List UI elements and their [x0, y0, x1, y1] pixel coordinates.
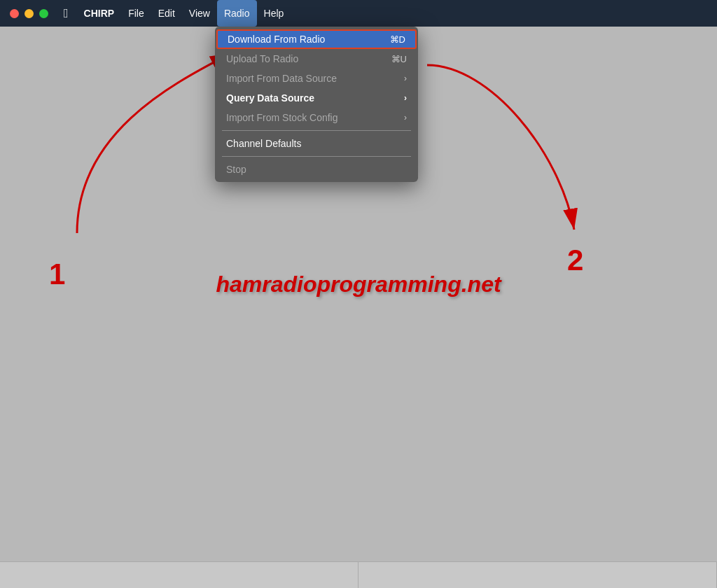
apple-menu[interactable]:  [55, 0, 77, 27]
import-stock-arrow-icon: › [404, 113, 407, 122]
traffic-lights [0, 9, 48, 18]
import-from-data-source-label: Import From Data Source [226, 73, 337, 84]
annotation-label-2: 2 [567, 244, 583, 277]
help-menu[interactable]: Help [257, 0, 291, 27]
query-arrow-icon: › [404, 93, 407, 103]
radio-menu[interactable]: Radio [217, 0, 257, 27]
download-shortcut: ⌘D [390, 34, 405, 45]
titlebar:  CHIRP File Edit View Radio Help [0, 0, 717, 27]
import-arrow-icon: › [404, 74, 407, 83]
watermark-text: hamradioprogramming.net [216, 272, 501, 298]
channel-defaults-label: Channel Defaults [226, 138, 301, 149]
separator-1 [222, 130, 411, 131]
import-from-stock-config-item[interactable]: Import From Stock Config › [215, 108, 418, 127]
upload-to-radio-item[interactable]: Upload To Radio ⌘U [215, 49, 418, 69]
download-from-radio-item[interactable]: Download From Radio ⌘D [216, 29, 417, 49]
bottom-panels [0, 561, 717, 588]
menu-bar:  CHIRP File Edit View Radio Help [55, 0, 291, 27]
radio-dropdown: Download From Radio ⌘D Upload To Radio ⌘… [215, 27, 418, 182]
app-name[interactable]: CHIRP [77, 0, 122, 27]
maximize-button[interactable] [39, 9, 48, 18]
stop-label: Stop [226, 164, 246, 175]
stop-item[interactable]: Stop [215, 160, 418, 179]
view-menu[interactable]: View [182, 0, 217, 27]
upload-shortcut: ⌘U [391, 54, 407, 64]
download-from-radio-label: Download From Radio [228, 34, 325, 45]
annotation-label-1: 1 [49, 258, 65, 291]
query-data-source-item[interactable]: Query Data Source › [215, 88, 418, 108]
bottom-panel-right [358, 561, 717, 588]
minimize-button[interactable] [25, 9, 34, 18]
close-button[interactable] [10, 9, 19, 18]
separator-2 [222, 156, 411, 157]
query-data-source-label: Query Data Source [226, 92, 314, 104]
edit-menu[interactable]: Edit [151, 0, 182, 27]
bottom-panel-left [0, 561, 358, 588]
upload-to-radio-label: Upload To Radio [226, 53, 298, 64]
channel-defaults-item[interactable]: Channel Defaults [215, 134, 418, 153]
file-menu[interactable]: File [121, 0, 151, 27]
import-stock-config-label: Import From Stock Config [226, 112, 338, 123]
import-from-data-source-item[interactable]: Import From Data Source › [215, 69, 418, 88]
